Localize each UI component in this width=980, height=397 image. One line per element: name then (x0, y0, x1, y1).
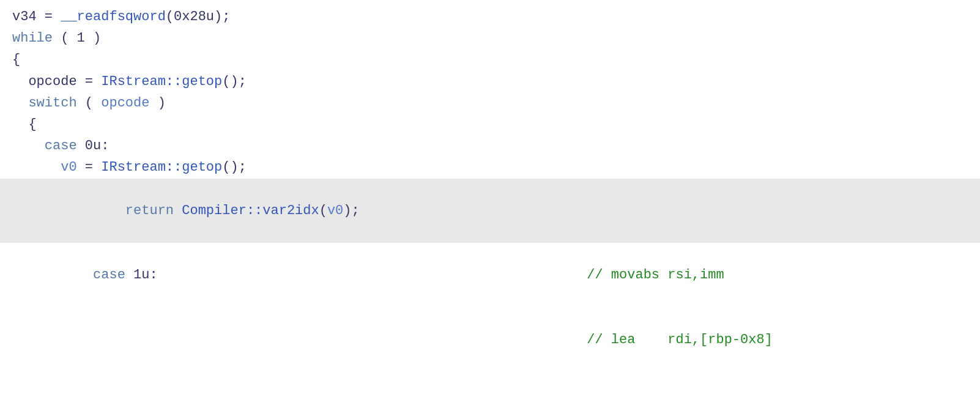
code-text: 0u: (77, 135, 110, 157)
code-right (514, 179, 968, 243)
code-line-1: v34 = __readfsqword(0x28u); (0, 6, 980, 28)
code-text (61, 267, 93, 283)
code-line-12: // mov QWORD PTR [rdi],rsi (0, 372, 980, 397)
code-line-10: case 1u: // movabs rsi,imm (0, 243, 980, 308)
code-keyword-switch: switch (28, 92, 76, 114)
code-text: v34 = (12, 6, 61, 28)
code-line-11: // lea rdi,[rbp-0x8] (0, 308, 980, 373)
code-text: IRstream::getop (101, 71, 222, 92)
code-text (77, 203, 125, 218)
code-line-8: v0 = IRstream::getop(); (0, 157, 980, 178)
code-comment: // lea rdi,[rbp-0x8] (514, 308, 968, 373)
code-text: { (12, 49, 20, 70)
code-text (174, 203, 182, 218)
code-text: ) (149, 92, 165, 114)
code-text (12, 135, 45, 157)
code-left: return Compiler::var2idx(v0); (12, 179, 514, 243)
code-left (12, 372, 514, 397)
code-text (12, 157, 61, 178)
code-line-3: { (0, 49, 980, 70)
code-line-6: { (0, 114, 980, 135)
code-text: (); (222, 71, 247, 92)
code-line-4: opcode = IRstream::getop(); (0, 71, 980, 92)
code-keyword-case: case (45, 135, 77, 157)
code-text: (); (222, 157, 247, 178)
code-text: { (12, 114, 37, 135)
code-text: opcode = (12, 71, 101, 92)
code-text: = (77, 157, 102, 178)
code-comment: // mov QWORD PTR [rdi],rsi (514, 372, 968, 397)
code-line-2: while ( 1 ) (0, 28, 980, 49)
code-keyword-while: while (12, 28, 53, 49)
code-text: ( (77, 92, 102, 114)
code-text: 1u: (125, 267, 158, 283)
code-container: v34 = __readfsqword(0x28u); while ( 1 ) … (0, 0, 980, 397)
comment-text: // lea rdi,[rbp-0x8] (587, 332, 773, 347)
code-left (12, 308, 514, 373)
code-comment: // movabs rsi,imm (514, 243, 968, 308)
code-line-9: return Compiler::var2idx(v0); (0, 179, 980, 243)
code-line-5: switch ( opcode ) (0, 92, 980, 114)
code-keyword-case: case (93, 267, 125, 283)
code-text: IRstream::getop (101, 157, 222, 178)
code-text: opcode (101, 92, 149, 114)
code-text: v0 (327, 203, 343, 218)
code-text (12, 92, 28, 114)
code-text: Compiler::var2idx (182, 203, 319, 218)
comment-text: // movabs rsi,imm (587, 267, 724, 283)
code-left: case 1u: (12, 243, 514, 308)
code-text: v0 (61, 157, 76, 178)
code-keyword-return: return (125, 203, 174, 218)
code-text: ( 1 ) (53, 28, 101, 49)
code-text: ); (343, 203, 359, 218)
code-line-7: case 0u: (0, 135, 980, 157)
code-text: (0x28u); (166, 6, 231, 28)
code-text: ( (319, 203, 327, 218)
code-text: __readfsqword (61, 6, 166, 28)
